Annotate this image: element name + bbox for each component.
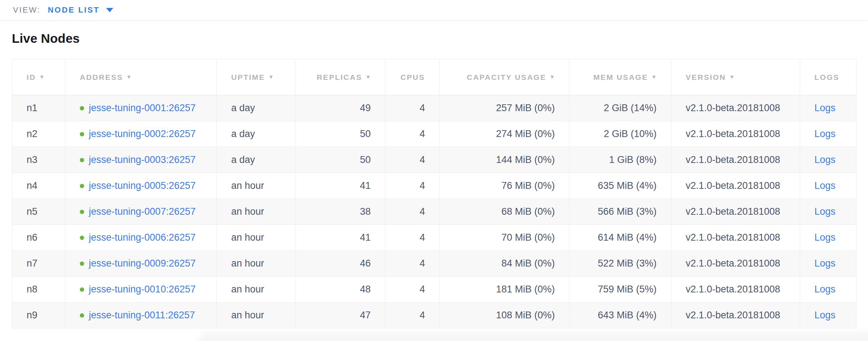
chevron-down-icon xyxy=(106,8,113,12)
node-replicas-cell: 50 xyxy=(296,147,385,173)
node-uptime-cell: an hour xyxy=(217,251,296,277)
node-capacity-cell: 144 MiB (0%) xyxy=(440,147,570,173)
node-uptime-cell: an hour xyxy=(217,225,296,251)
node-replicas-cell: 41 xyxy=(296,225,385,251)
column-header-label: MEM USAGE xyxy=(593,73,648,81)
node-address-cell: jesse-tuning-0003:26257 xyxy=(65,147,217,173)
node-status-dot xyxy=(80,287,84,292)
node-address-cell: jesse-tuning-0009:26257 xyxy=(65,251,217,277)
node-address-link[interactable]: jesse-tuning-0002:26257 xyxy=(89,128,196,139)
node-cpus-cell: 4 xyxy=(385,199,440,225)
column-header-version[interactable]: VERSION▼ xyxy=(671,59,800,95)
node-mem-cell: 566 MiB (3%) xyxy=(570,199,671,225)
node-address-cell: jesse-tuning-0006:26257 xyxy=(65,225,217,251)
sort-arrow-icon: ▼ xyxy=(651,74,657,80)
node-version-cell: v2.1.0-beta.20181008 xyxy=(671,199,800,225)
node-logs-cell: Logs xyxy=(800,303,856,328)
logs-link[interactable]: Logs xyxy=(814,154,836,165)
view-selector-bar: VIEW: NODE LIST xyxy=(0,0,868,21)
logs-link[interactable]: Logs xyxy=(814,180,836,191)
node-address-link[interactable]: jesse-tuning-0009:26257 xyxy=(89,258,196,269)
node-logs-cell: Logs xyxy=(800,199,856,225)
node-status-dot xyxy=(80,262,84,266)
node-uptime-cell: a day xyxy=(217,121,296,147)
logs-link[interactable]: Logs xyxy=(814,128,836,139)
node-uptime-cell: an hour xyxy=(217,173,296,199)
node-address-link[interactable]: jesse-tuning-0007:26257 xyxy=(89,206,196,217)
node-address-link[interactable]: jesse-tuning-0005:26257 xyxy=(89,180,196,191)
node-mem-cell: 614 MiB (4%) xyxy=(570,225,671,251)
node-capacity-cell: 274 MiB (0%) xyxy=(440,121,570,147)
node-address-link[interactable]: jesse-tuning-0001:26257 xyxy=(89,103,196,113)
node-id-cell: n4 xyxy=(12,173,65,199)
node-capacity-cell: 68 MiB (0%) xyxy=(440,199,570,225)
view-dropdown[interactable]: NODE LIST xyxy=(48,5,113,15)
node-id-cell: n9 xyxy=(12,303,65,328)
page-title: Live Nodes xyxy=(12,31,868,46)
column-header-label: ID xyxy=(27,73,36,81)
sort-arrow-icon: ▼ xyxy=(268,74,274,80)
node-row-n1: n1jesse-tuning-0001:26257a day494257 MiB… xyxy=(12,95,856,121)
node-address-cell: jesse-tuning-0011:26257 xyxy=(65,303,217,328)
column-header-label: REPLICAS xyxy=(317,73,362,81)
node-version-cell: v2.1.0-beta.20181008 xyxy=(671,95,800,121)
logs-link[interactable]: Logs xyxy=(814,258,836,269)
node-row-n3: n3jesse-tuning-0003:26257a day504144 MiB… xyxy=(12,147,856,173)
node-address-cell: jesse-tuning-0007:26257 xyxy=(65,199,217,225)
logs-link[interactable]: Logs xyxy=(814,310,836,320)
column-header-uptime[interactable]: UPTIME▼ xyxy=(217,59,296,95)
logs-link[interactable]: Logs xyxy=(814,103,836,113)
node-cpus-cell: 4 xyxy=(385,173,440,199)
node-capacity-cell: 181 MiB (0%) xyxy=(440,277,570,303)
node-address-link[interactable]: jesse-tuning-0011:26257 xyxy=(89,310,195,320)
column-header-id[interactable]: ID▼ xyxy=(12,59,65,95)
node-mem-cell: 643 MiB (4%) xyxy=(570,303,671,328)
node-address-link[interactable]: jesse-tuning-0003:26257 xyxy=(89,154,196,165)
node-replicas-cell: 50 xyxy=(296,121,385,147)
node-id-cell: n3 xyxy=(12,147,65,173)
node-status-dot xyxy=(80,210,84,214)
column-header-label: ADDRESS xyxy=(80,73,123,81)
live-nodes-table: ID▼ADDRESS▼UPTIME▼REPLICAS▼CPUSCAPACITY … xyxy=(12,59,856,328)
node-capacity-cell: 70 MiB (0%) xyxy=(440,225,570,251)
node-address-link[interactable]: jesse-tuning-0010:26257 xyxy=(89,284,196,295)
node-version-cell: v2.1.0-beta.20181008 xyxy=(671,303,800,328)
logs-link[interactable]: Logs xyxy=(814,232,836,243)
node-mem-cell: 522 MiB (3%) xyxy=(570,251,671,277)
column-header-label: VERSION xyxy=(686,73,726,81)
node-cpus-cell: 4 xyxy=(385,147,440,173)
node-logs-cell: Logs xyxy=(800,147,856,173)
column-header-capacity[interactable]: CAPACITY USAGE▼ xyxy=(440,59,570,95)
node-cpus-cell: 4 xyxy=(385,277,440,303)
node-row-n5: n5jesse-tuning-0007:26257an hour38468 Mi… xyxy=(12,199,856,225)
column-header-replicas[interactable]: REPLICAS▼ xyxy=(296,59,385,95)
table-header-row: ID▼ADDRESS▼UPTIME▼REPLICAS▼CPUSCAPACITY … xyxy=(12,59,856,95)
table-body: n1jesse-tuning-0001:26257a day494257 MiB… xyxy=(12,95,856,328)
logs-link[interactable]: Logs xyxy=(814,206,836,217)
node-status-dot xyxy=(80,132,84,136)
node-mem-cell: 2 GiB (10%) xyxy=(570,121,671,147)
node-replicas-cell: 47 xyxy=(296,303,385,328)
column-header-mem[interactable]: MEM USAGE▼ xyxy=(570,59,671,95)
node-version-cell: v2.1.0-beta.20181008 xyxy=(671,251,800,277)
node-address-link[interactable]: jesse-tuning-0006:26257 xyxy=(89,232,196,243)
node-replicas-cell: 46 xyxy=(296,251,385,277)
node-logs-cell: Logs xyxy=(800,225,856,251)
node-mem-cell: 2 GiB (14%) xyxy=(570,95,671,121)
node-id-cell: n5 xyxy=(12,199,65,225)
node-address-cell: jesse-tuning-0005:26257 xyxy=(65,173,217,199)
node-status-dot xyxy=(80,158,84,162)
node-address-cell: jesse-tuning-0010:26257 xyxy=(65,277,217,303)
node-mem-cell: 1 GiB (8%) xyxy=(570,147,671,173)
column-header-label: UPTIME xyxy=(231,73,265,81)
node-uptime-cell: an hour xyxy=(217,199,296,225)
logs-link[interactable]: Logs xyxy=(814,284,836,295)
node-row-n7: n7jesse-tuning-0009:26257an hour46484 Mi… xyxy=(12,251,856,277)
node-replicas-cell: 38 xyxy=(296,199,385,225)
node-replicas-cell: 41 xyxy=(296,173,385,199)
node-replicas-cell: 49 xyxy=(296,95,385,121)
column-header-address[interactable]: ADDRESS▼ xyxy=(65,59,217,95)
column-header-label: CAPACITY USAGE xyxy=(467,73,546,81)
node-capacity-cell: 257 MiB (0%) xyxy=(440,95,570,121)
node-row-n8: n8jesse-tuning-0010:26257an hour484181 M… xyxy=(12,277,856,303)
